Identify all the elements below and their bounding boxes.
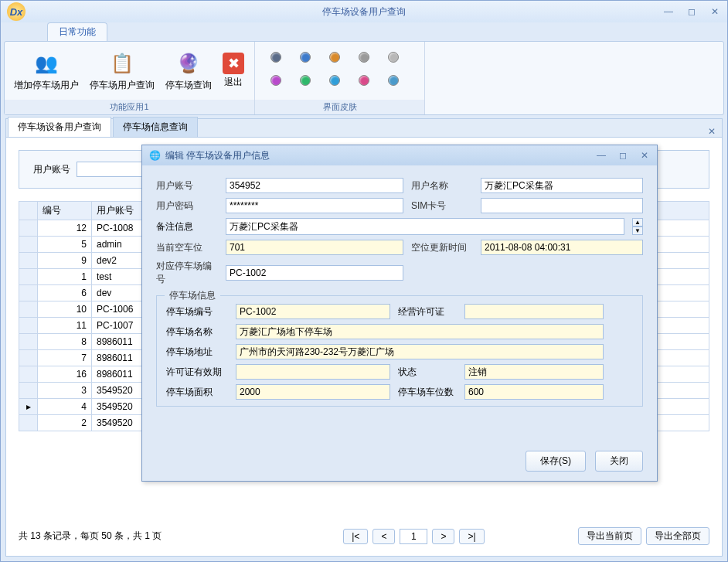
input-name[interactable] (481, 178, 643, 193)
dialog-icon: 🌐 (148, 149, 161, 162)
dialog-close-icon[interactable]: ✕ (638, 150, 651, 161)
pager-prev-button[interactable]: < (373, 529, 395, 544)
maximize-icon[interactable]: ◻ (685, 6, 698, 17)
export-all-button[interactable]: 导出全部页 (646, 527, 709, 545)
field-license (464, 304, 604, 319)
minimize-icon[interactable]: — (662, 6, 675, 17)
close-label: 关闭 (610, 455, 628, 466)
label-license: 经营许可证 (398, 305, 457, 318)
window-title: 停车场设备用户查询 (322, 5, 406, 19)
ribbon-tab-daily[interactable]: 日常功能 (47, 22, 107, 41)
close-button[interactable]: 关闭 (595, 451, 643, 472)
row-indicator (19, 220, 38, 237)
title-bar: Dx 停车场设备用户查询 — ◻ ✕ (1, 1, 727, 22)
skin-swatch[interactable] (388, 52, 399, 63)
label-slots: 停车场车位数 (398, 386, 457, 399)
fieldset-legend: 停车场信息 (165, 289, 220, 302)
save-label: 保存(S) (540, 455, 571, 466)
skin-swatch[interactable] (359, 52, 369, 63)
exit-label: 退出 (224, 76, 243, 89)
pager-first-button[interactable]: |< (343, 529, 368, 544)
cell-id: 3 (38, 383, 92, 399)
ribbon: 👥 增加停车场用户 📋 停车场用户查询 🔮 停车场查询 ✖ 退出 功能应用1 (4, 41, 724, 115)
label-paddr: 停车场地址 (166, 346, 228, 359)
row-indicator (19, 253, 38, 269)
tab-park-info-query[interactable]: 停车场信息查询 (113, 117, 198, 137)
skin-swatch[interactable] (329, 52, 340, 63)
pager-last-button[interactable]: >| (459, 529, 484, 544)
field-slots (464, 384, 604, 400)
label-valid: 许可证有效期 (166, 366, 228, 379)
user-query-label: 停车场用户查询 (90, 79, 155, 92)
field-update (481, 240, 643, 255)
row-indicator (19, 350, 38, 366)
input-park-id[interactable] (226, 265, 403, 281)
remark-down-icon[interactable]: ▼ (632, 227, 643, 235)
input-account[interactable] (226, 178, 403, 193)
col-id[interactable]: 编号 (38, 202, 92, 220)
dialog-minimize-icon[interactable]: — (595, 150, 607, 161)
field-pname (236, 324, 604, 339)
skin-swatch[interactable] (270, 52, 281, 63)
label-pname: 停车场名称 (166, 325, 228, 339)
park-query-button[interactable]: 🔮 停车场查询 (162, 48, 215, 94)
pager-page-input[interactable] (400, 529, 427, 544)
tab-device-user-query[interactable]: 停车场设备用户查询 (8, 117, 111, 137)
add-user-label: 增加停车场用户 (14, 79, 79, 92)
edit-dialog: 🌐 编辑 停车场设备用户信息 — ◻ ✕ 用户账号 用户名称 用户密码 SIM卡… (141, 145, 658, 482)
user-query-icon: 📋 (108, 49, 136, 77)
row-indicator (19, 237, 38, 253)
row-header-blank (19, 202, 38, 220)
user-query-button[interactable]: 📋 停车场用户查询 (87, 48, 158, 94)
row-indicator (19, 415, 38, 431)
ribbon-group1-label: 功能应用1 (5, 100, 254, 114)
skin-picker (261, 47, 413, 95)
label-remark: 备注信息 (156, 220, 218, 233)
skin-swatch[interactable] (270, 75, 281, 86)
add-user-button[interactable]: 👥 增加停车场用户 (11, 48, 82, 94)
input-sim[interactable] (481, 198, 643, 213)
park-info-fieldset: 停车场信息 停车场编号 经营许可证 停车场名称 停车场地址 许可证有效期 状态 … (156, 295, 643, 407)
dialog-title: 编辑 停车场设备用户信息 (165, 149, 270, 162)
pager-next-button[interactable]: > (432, 529, 454, 544)
app-logo: Dx (7, 2, 26, 21)
field-paddr (236, 344, 604, 359)
park-query-label: 停车场查询 (165, 79, 212, 92)
add-user-icon: 👥 (32, 49, 60, 77)
cell-id: 9 (38, 253, 92, 269)
label-status: 状态 (398, 366, 457, 379)
tab-close-icon[interactable]: ✕ (702, 126, 722, 137)
skin-swatch[interactable] (300, 52, 311, 63)
row-indicator (19, 383, 38, 399)
row-indicator (19, 269, 38, 285)
skin-swatch[interactable] (388, 75, 399, 86)
input-remark[interactable]: 万菱汇PC采集器 (226, 218, 624, 235)
cell-id: 10 (38, 301, 92, 318)
pager: 共 13 条记录，每页 50 条，共 1 页 |< < > >| 导出当前页 导… (19, 527, 709, 545)
label-update: 空位更新时间 (411, 241, 473, 254)
cell-id: 11 (38, 318, 92, 334)
row-indicator (19, 334, 38, 350)
exit-icon: ✖ (223, 53, 244, 74)
main-window: Dx 停车场设备用户查询 — ◻ ✕ 日常功能 👥 增加停车场用户 📋 停车场用… (0, 0, 728, 562)
remark-up-icon[interactable]: ▲ (632, 218, 643, 227)
label-vacancy: 当前空车位 (156, 241, 218, 254)
label-pid: 停车场编号 (166, 305, 228, 318)
cell-id: 8 (38, 334, 92, 350)
skin-swatch[interactable] (300, 75, 311, 86)
dialog-maximize-icon[interactable]: ◻ (617, 150, 629, 161)
exit-button[interactable]: ✖ 退出 (219, 51, 247, 90)
input-password[interactable] (226, 198, 403, 213)
label-sim: SIM卡号 (411, 199, 473, 213)
export-current-button[interactable]: 导出当前页 (578, 527, 641, 545)
row-indicator (19, 285, 38, 301)
dialog-title-bar: 🌐 编辑 停车场设备用户信息 — ◻ ✕ (142, 145, 657, 165)
label-park-id: 对应停车场编号 (156, 260, 218, 286)
cell-id: 12 (38, 220, 92, 237)
field-area (236, 384, 390, 400)
skin-swatch[interactable] (359, 75, 369, 86)
save-button[interactable]: 保存(S) (526, 451, 586, 472)
close-icon[interactable]: ✕ (709, 6, 721, 17)
cell-id: 2 (38, 415, 92, 431)
skin-swatch[interactable] (329, 75, 340, 86)
